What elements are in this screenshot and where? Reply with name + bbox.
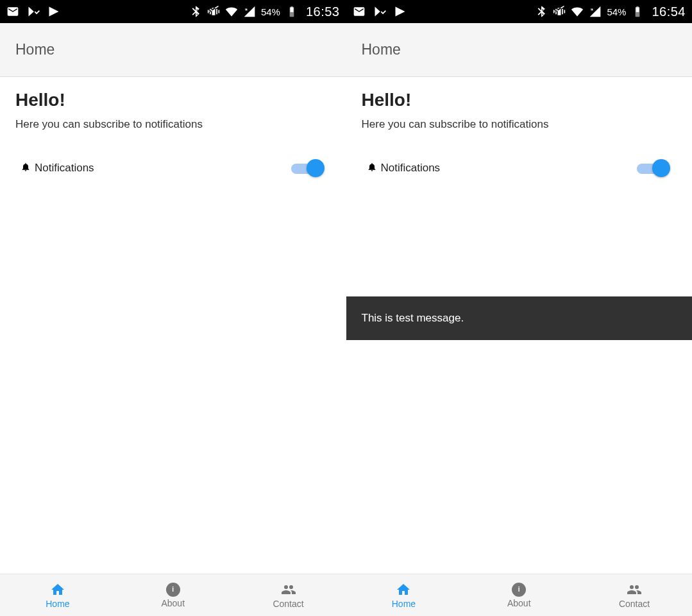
bluetooth-icon xyxy=(189,5,202,18)
info-icon: i xyxy=(512,583,526,597)
bell-icon xyxy=(367,162,377,175)
notifications-label-group: Notifications xyxy=(367,162,441,175)
wifi-icon xyxy=(571,5,584,18)
play-check-icon xyxy=(27,5,40,18)
screen-right: R 54% 16:54 Home Hello! Here you can sub… xyxy=(346,0,693,616)
nav-contact-label: Contact xyxy=(619,599,650,609)
heading: Hello! xyxy=(15,90,331,110)
svg-text:R: R xyxy=(591,6,595,11)
nav-contact-label: Contact xyxy=(273,599,303,609)
battery-percent: 54% xyxy=(607,6,626,17)
play-store-icon xyxy=(394,5,407,18)
status-right-icons: R 54% 16:53 xyxy=(189,4,340,19)
subheading: Here you can subscribe to notifications xyxy=(15,118,331,131)
nav-contact[interactable]: Contact xyxy=(577,574,692,616)
notifications-toggle[interactable] xyxy=(291,159,326,177)
status-right-icons: R 54% 16:54 xyxy=(535,4,686,19)
page-title: Home xyxy=(15,41,55,58)
status-bar: R 54% 16:53 xyxy=(0,0,346,23)
status-bar: R 54% 16:54 xyxy=(346,0,693,23)
nav-about[interactable]: i About xyxy=(115,574,231,616)
home-icon xyxy=(396,582,411,597)
vibrate-icon xyxy=(553,5,566,18)
nav-contact[interactable]: Contact xyxy=(231,574,346,616)
nav-home-label: Home xyxy=(392,599,416,609)
status-left-icons xyxy=(6,5,60,18)
bottom-nav: Home i About Contact xyxy=(0,574,346,616)
battery-icon xyxy=(285,5,298,18)
nav-about-label: About xyxy=(507,598,531,608)
toggle-thumb xyxy=(652,159,670,177)
screen-left: R 54% 16:53 Home Hello! Here you can sub… xyxy=(0,0,346,616)
app-bar: Home xyxy=(346,23,693,77)
signal-icon: R xyxy=(589,5,602,18)
status-left-icons xyxy=(353,5,407,18)
snackbar[interactable]: This is test message. xyxy=(346,296,693,340)
status-clock: 16:54 xyxy=(652,4,686,19)
notifications-label-group: Notifications xyxy=(21,162,94,175)
bell-icon xyxy=(21,162,31,175)
battery-icon xyxy=(631,5,644,18)
svg-text:R: R xyxy=(245,6,248,11)
heading: Hello! xyxy=(362,90,677,110)
notifications-row: Notifications xyxy=(362,157,677,180)
wifi-icon xyxy=(225,5,238,18)
home-icon xyxy=(50,582,65,597)
play-check-icon xyxy=(373,5,386,18)
battery-percent: 54% xyxy=(261,6,280,17)
notifications-toggle[interactable] xyxy=(637,159,671,177)
notifications-label: Notifications xyxy=(35,162,94,175)
signal-icon: R xyxy=(243,5,256,18)
nav-home-label: Home xyxy=(46,599,69,609)
people-icon xyxy=(281,582,296,597)
nav-about[interactable]: i About xyxy=(461,574,577,616)
play-store-icon xyxy=(47,5,60,18)
page-title: Home xyxy=(362,41,401,58)
notifications-row: Notifications xyxy=(15,157,331,180)
info-icon: i xyxy=(166,583,180,597)
people-icon xyxy=(627,582,642,597)
mail-icon xyxy=(353,5,366,18)
app-bar: Home xyxy=(0,23,346,77)
mail-icon xyxy=(6,5,19,18)
vibrate-icon xyxy=(207,5,220,18)
nav-home[interactable]: Home xyxy=(0,574,115,616)
nav-about-label: About xyxy=(161,598,185,608)
snackbar-message: This is test message. xyxy=(362,312,464,324)
notifications-label: Notifications xyxy=(381,162,441,175)
bottom-nav: Home i About Contact xyxy=(346,574,693,616)
main-content: Hello! Here you can subscribe to notific… xyxy=(0,77,346,574)
bluetooth-icon xyxy=(535,5,548,18)
toggle-thumb xyxy=(307,159,325,177)
status-clock: 16:53 xyxy=(306,4,340,19)
subheading: Here you can subscribe to notifications xyxy=(362,118,677,131)
nav-home[interactable]: Home xyxy=(346,574,462,616)
